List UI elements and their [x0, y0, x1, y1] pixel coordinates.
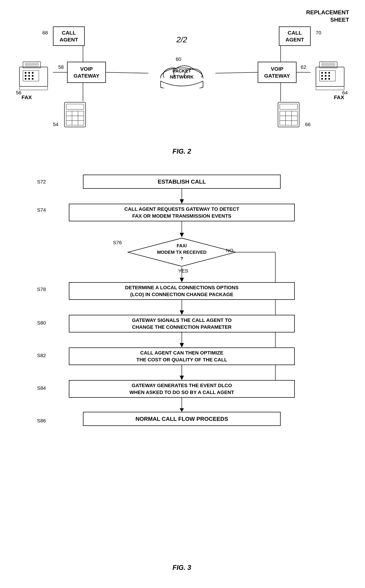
svg-point-16	[32, 72, 34, 74]
s86-box: NORMAL CALL FLOW PROCEEDS	[83, 412, 281, 426]
packet-network-label: PACKETNETWORK	[170, 68, 194, 80]
svg-line-57	[215, 72, 258, 73]
s78-ref: S78	[37, 287, 46, 292]
svg-rect-49	[280, 111, 297, 125]
call-agent-left-label: CALLAGENT	[60, 29, 78, 43]
svg-point-15	[28, 72, 30, 74]
svg-marker-67	[180, 278, 184, 282]
s80-text: GATEWAY SIGNALS THE CALL AGENT TOCHANGE …	[132, 317, 232, 330]
replacement-text: REPLACEMENT	[306, 9, 349, 16]
svg-rect-48	[280, 104, 297, 109]
svg-point-21	[28, 78, 30, 80]
fax-left-svg	[16, 56, 51, 92]
s74-ref: S74	[37, 207, 46, 213]
s76-text: FAX/MODEM TX RECEIVED?	[157, 242, 206, 262]
call-agent-right-label: CALLAGENT	[286, 29, 304, 43]
svg-point-22	[32, 78, 34, 80]
svg-point-36	[321, 78, 323, 80]
svg-point-14	[25, 72, 27, 74]
s76-diamond: FAX/MODEM TX RECEIVED?	[127, 237, 237, 267]
svg-rect-41	[66, 104, 84, 109]
ref-68: 68	[42, 30, 48, 36]
call-agent-right-box: CALLAGENT	[279, 27, 311, 46]
s76-no-label: NO	[226, 248, 233, 253]
svg-point-35	[328, 75, 330, 77]
fax-right-label: FAX	[334, 94, 344, 100]
s86-text: NORMAL CALL FLOW PROCEEDS	[135, 415, 228, 423]
ref-62: 62	[301, 64, 306, 70]
flowchart-lines	[14, 169, 350, 571]
s76-ref: S76	[113, 240, 122, 246]
ref-66: 66	[305, 122, 311, 127]
s84-text: GATEWAY GENERATES THE EVENT DLCOWHEN ASK…	[129, 382, 234, 396]
svg-rect-8	[19, 67, 48, 86]
svg-point-31	[325, 72, 327, 74]
svg-marker-73	[180, 376, 184, 380]
s74-box: CALL AGENT REQUESTS GATEWAY TO DETECTFAX…	[69, 204, 295, 221]
svg-marker-63	[180, 199, 184, 204]
s78-box: DETERMINE A LOCAL CONNECTIONS OPTIONS(LC…	[69, 282, 295, 300]
s72-text: ESTABLISH CALL	[158, 178, 206, 186]
s78-text: DETERMINE A LOCAL CONNECTIONS OPTIONS(LC…	[125, 284, 239, 298]
ref-58: 58	[58, 64, 64, 70]
s86-ref: S86	[37, 418, 46, 424]
fig3-section: S72 ESTABLISH CALL S74 CALL AGENT REQUES…	[14, 169, 350, 575]
call-agent-left-box: CALLAGENT	[53, 27, 85, 46]
svg-point-34	[325, 75, 327, 77]
svg-point-33	[321, 75, 323, 77]
voip-gw-left-box: VOIPGATEWAY	[67, 62, 106, 83]
fig3-label: FIG. 3	[172, 564, 191, 571]
svg-rect-42	[66, 111, 84, 125]
svg-rect-39	[316, 86, 344, 90]
svg-point-17	[25, 75, 27, 77]
voip-gw-left-label: VOIPGATEWAY	[74, 65, 99, 79]
svg-rect-24	[316, 67, 344, 86]
page: REPLACEMENT SHEET 2/2 CALLAGENT 68 CALLA…	[0, 0, 365, 588]
svg-point-18	[28, 75, 30, 77]
svg-line-56	[106, 72, 148, 73]
s74-text: CALL AGENT REQUESTS GATEWAY TO DETECTFAX…	[124, 206, 239, 219]
packet-network-container: PACKETNETWORK	[157, 60, 206, 88]
svg-point-19	[32, 75, 34, 77]
ref-60: 60	[175, 56, 181, 62]
page-number: 2/2	[176, 35, 187, 44]
fax-left-label: FAX	[21, 94, 32, 100]
fax-right-svg	[312, 56, 348, 92]
s76-yes-label: YES	[178, 268, 188, 274]
ref-70: 70	[316, 30, 321, 36]
fig2-label: FIG. 2	[172, 148, 191, 155]
s84-ref: S84	[37, 385, 46, 391]
svg-point-20	[25, 78, 27, 80]
fig2-section: 2/2 CALLAGENT 68 CALLAGENT 70 VOIPGATEWA…	[14, 21, 350, 155]
svg-rect-47	[278, 102, 299, 127]
svg-marker-65	[180, 233, 184, 237]
svg-rect-23	[19, 86, 48, 90]
s80-box: GATEWAY SIGNALS THE CALL AGENT TOCHANGE …	[69, 315, 295, 332]
svg-rect-40	[64, 102, 86, 127]
s72-box: ESTABLISH CALL	[83, 175, 281, 189]
ref-56: 56	[16, 90, 21, 96]
s72-ref: S72	[37, 179, 46, 185]
svg-marker-71	[180, 343, 184, 348]
phone-right-svg	[275, 99, 302, 129]
voip-gw-right-box: VOIPGATEWAY	[258, 62, 296, 83]
voip-gw-right-label: VOIPGATEWAY	[264, 65, 290, 79]
s80-ref: S80	[37, 320, 46, 326]
flowchart: S72 ESTABLISH CALL S74 CALL AGENT REQUES…	[14, 169, 350, 575]
phone-left-svg	[62, 99, 88, 129]
s82-text: CALL AGENT CAN THEN OPTIMIZETHE COST OR …	[136, 349, 227, 363]
svg-marker-75	[180, 408, 184, 412]
svg-point-38	[328, 78, 330, 80]
svg-point-30	[321, 72, 323, 74]
svg-marker-69	[180, 310, 184, 315]
s82-box: CALL AGENT CAN THEN OPTIMIZETHE COST OR …	[69, 348, 295, 365]
svg-point-32	[328, 72, 330, 74]
s84-box: GATEWAY GENERATES THE EVENT DLCOWHEN ASK…	[69, 380, 295, 398]
svg-point-37	[325, 78, 327, 80]
ref-54: 54	[53, 122, 58, 127]
s82-ref: S82	[37, 353, 46, 358]
